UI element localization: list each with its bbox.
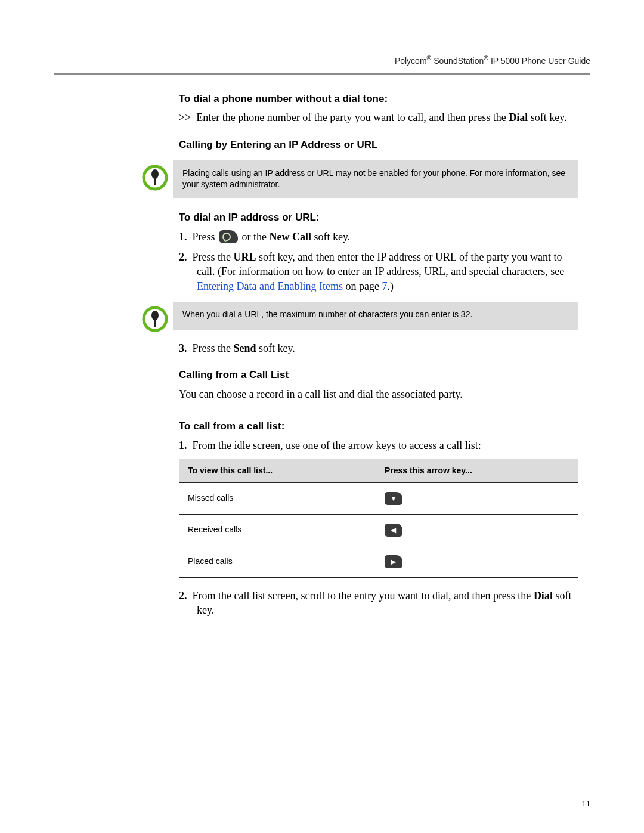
- table-row: Missed calls ▼: [179, 482, 578, 514]
- arrow-down-key-icon: ▼: [385, 492, 402, 505]
- svg-rect-5: [154, 318, 156, 327]
- running-header: Polycom® SoundStation® IP 5000 Phone Use…: [54, 54, 590, 67]
- call-list-table: To view this call list... Press this arr…: [179, 459, 578, 578]
- document-page: Polycom® SoundStation® IP 5000 Phone Use…: [0, 0, 644, 833]
- table-row: Placed calls ▶: [179, 546, 578, 577]
- th-call-list: To view this call list...: [179, 459, 376, 482]
- heading-calling-from-list: Calling from a Call List: [179, 368, 578, 382]
- note-box-url-length: When you dial a URL, the maximum number …: [173, 302, 578, 330]
- note-box-ip-url: Placing calls using an IP address or URL…: [173, 160, 578, 198]
- steps-dial-ip-url-cont: 3. Press the Send soft key.: [179, 341, 578, 355]
- main-content: To dial a phone number without a dial to…: [179, 92, 578, 618]
- step-1: 1. Press or the New Call soft key.: [179, 230, 578, 244]
- th-arrow-key: Press this arrow key...: [376, 459, 578, 482]
- header-rule: [54, 73, 590, 75]
- step-call-list-2: 2. From the call list screen, scroll to …: [179, 589, 578, 618]
- arrow-left-key-icon: ◀: [385, 524, 402, 537]
- heading-dial-no-tone: To dial a phone number without a dial to…: [179, 92, 578, 106]
- svg-rect-2: [154, 177, 156, 185]
- steps-call-list: 1. From the idle screen, use one of the …: [179, 438, 578, 453]
- arrow-right-key-icon: ▶: [385, 555, 402, 568]
- page-number: 11: [582, 798, 590, 809]
- step-dial-no-tone: >> Enter the phone number of the party y…: [179, 110, 578, 125]
- link-entering-data[interactable]: Entering Data and Enabling Items: [197, 280, 343, 292]
- heading-dial-ip-url: To dial an IP address or URL:: [179, 211, 578, 225]
- pushpin-icon: [137, 160, 173, 191]
- note-ip-url: Placing calls using an IP address or URL…: [137, 160, 578, 198]
- note-url-length: When you dial a URL, the maximum number …: [137, 302, 578, 333]
- steps-dial-ip-url: 1. Press or the New Call soft key. 2. Pr…: [179, 230, 578, 293]
- heading-call-ip-url: Calling by Entering an IP Address or URL: [179, 138, 578, 152]
- table-row: Received calls ◀: [179, 514, 578, 546]
- para-calling-from-list: You can choose a record in a call list a…: [179, 387, 578, 401]
- step-3: 3. Press the Send soft key.: [179, 341, 578, 355]
- pushpin-icon: [137, 302, 173, 333]
- handset-key-icon: [219, 230, 238, 243]
- heading-to-call-list: To call from a call list:: [179, 420, 578, 433]
- step-2: 2. Press the URL soft key, and then ente…: [179, 250, 578, 293]
- steps-call-list-cont: 2. From the call list screen, scroll to …: [179, 589, 578, 618]
- step-call-list-1: 1. From the idle screen, use one of the …: [179, 438, 578, 453]
